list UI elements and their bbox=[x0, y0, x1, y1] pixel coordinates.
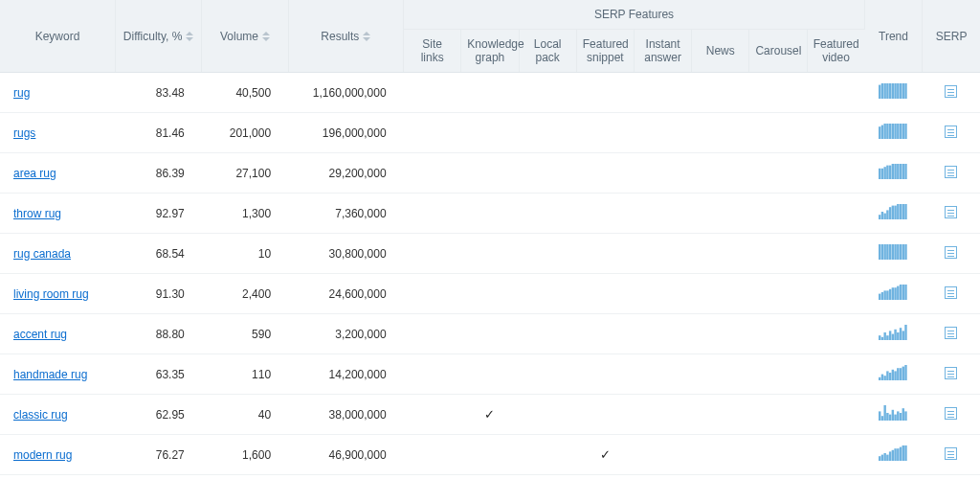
carousel-cell bbox=[749, 314, 807, 354]
svg-rect-20 bbox=[902, 124, 904, 139]
carousel-cell bbox=[749, 354, 807, 395]
volume-cell: 590 bbox=[202, 314, 288, 354]
svg-rect-85 bbox=[900, 368, 902, 380]
trend-cell bbox=[864, 113, 922, 153]
svg-rect-29 bbox=[898, 164, 900, 179]
featured-snippet-cell: ✓ bbox=[576, 435, 634, 475]
keyword-link[interactable]: rugs bbox=[13, 126, 35, 140]
serp-icon[interactable] bbox=[945, 286, 957, 299]
col-carousel[interactable]: Carousel bbox=[749, 30, 807, 73]
featured-video-cell bbox=[807, 194, 864, 234]
serp-icon[interactable] bbox=[945, 125, 957, 138]
difficulty-cell: 76.27 bbox=[115, 435, 201, 475]
svg-rect-80 bbox=[887, 371, 889, 380]
svg-rect-65 bbox=[905, 285, 907, 300]
results-cell: 24,600,000 bbox=[288, 274, 403, 314]
svg-rect-104 bbox=[892, 450, 894, 461]
featured-video-cell bbox=[807, 113, 864, 153]
svg-rect-82 bbox=[892, 370, 894, 380]
trend-sparkline bbox=[879, 83, 907, 99]
col-news[interactable]: News bbox=[692, 30, 749, 73]
col-serp[interactable]: SERP bbox=[923, 0, 980, 73]
keyword-link[interactable]: classic rug bbox=[13, 408, 68, 422]
trend-sparkline bbox=[879, 124, 907, 139]
keyword-link[interactable]: living room rug bbox=[13, 287, 89, 301]
volume-cell: 27,100 bbox=[202, 153, 288, 194]
featured-video-cell bbox=[807, 395, 864, 435]
table-row: throw rug92.971,3007,360,000 bbox=[0, 194, 980, 234]
col-site-links[interactable]: Site links bbox=[404, 30, 461, 73]
keyword-link[interactable]: rug bbox=[13, 86, 30, 100]
svg-rect-90 bbox=[884, 405, 886, 421]
svg-rect-61 bbox=[895, 287, 897, 300]
serp-icon[interactable] bbox=[945, 367, 957, 379]
serp-icon[interactable] bbox=[945, 206, 957, 218]
col-keyword[interactable]: Keyword bbox=[0, 0, 115, 73]
col-results[interactable]: Results bbox=[288, 0, 403, 73]
serp-icon[interactable] bbox=[945, 407, 957, 420]
col-knowledge-graph[interactable]: Knowledge graph bbox=[461, 30, 519, 73]
col-instant-answer[interactable]: Instant answer bbox=[634, 30, 691, 73]
keyword-link[interactable]: accent rug bbox=[13, 328, 67, 341]
col-featured-video[interactable]: Featured video bbox=[807, 30, 864, 73]
svg-rect-3 bbox=[887, 83, 889, 99]
svg-rect-36 bbox=[887, 210, 889, 219]
keyword-link[interactable]: handmade rug bbox=[13, 368, 87, 381]
svg-rect-52 bbox=[900, 244, 902, 260]
svg-rect-48 bbox=[889, 244, 891, 260]
col-volume[interactable]: Volume bbox=[202, 0, 288, 73]
table-row: accent rug88.805903,200,000 bbox=[0, 314, 980, 354]
keyword-link[interactable]: area rug bbox=[13, 167, 56, 180]
volume-cell: 40,500 bbox=[202, 73, 288, 113]
instant-answer-cell bbox=[634, 73, 691, 113]
serp-icon[interactable] bbox=[945, 85, 957, 98]
svg-rect-19 bbox=[900, 124, 902, 139]
news-cell bbox=[692, 314, 749, 354]
trend-sparkline bbox=[879, 365, 907, 380]
news-cell bbox=[692, 274, 749, 314]
serp-icon[interactable] bbox=[945, 327, 957, 339]
svg-rect-41 bbox=[900, 204, 902, 219]
volume-cell: 2,400 bbox=[202, 274, 288, 314]
results-cell: 7,360,000 bbox=[288, 194, 403, 234]
svg-rect-49 bbox=[892, 244, 894, 260]
svg-rect-60 bbox=[892, 287, 894, 300]
serp-icon[interactable] bbox=[945, 447, 957, 460]
keyword-link[interactable]: modern rug bbox=[13, 448, 72, 462]
svg-rect-109 bbox=[905, 445, 907, 461]
svg-rect-98 bbox=[905, 411, 907, 421]
table-row: modern rug76.271,60046,900,000✓ bbox=[0, 435, 980, 475]
trend-cell bbox=[864, 234, 922, 274]
keyword-table: Keyword Difficulty, % Volume Results SER… bbox=[0, 0, 980, 475]
svg-rect-63 bbox=[900, 285, 902, 300]
svg-rect-92 bbox=[889, 415, 891, 421]
col-featured-snippet[interactable]: Featured snippet bbox=[576, 30, 634, 73]
svg-rect-89 bbox=[881, 416, 883, 421]
svg-rect-102 bbox=[887, 455, 889, 461]
svg-rect-68 bbox=[884, 332, 886, 340]
svg-rect-28 bbox=[895, 164, 897, 179]
svg-rect-27 bbox=[892, 164, 894, 179]
col-trend[interactable]: Trend bbox=[864, 0, 922, 73]
serp-icon[interactable] bbox=[945, 246, 957, 259]
col-local-pack[interactable]: Local pack bbox=[519, 30, 576, 73]
col-difficulty[interactable]: Difficulty, % bbox=[115, 0, 201, 73]
local-pack-cell bbox=[519, 234, 576, 274]
instant-answer-cell bbox=[634, 153, 691, 194]
local-pack-cell bbox=[519, 73, 576, 113]
site-links-cell bbox=[404, 314, 461, 354]
keyword-link[interactable]: throw rug bbox=[13, 207, 61, 220]
svg-rect-10 bbox=[905, 83, 907, 99]
svg-rect-55 bbox=[879, 294, 880, 300]
results-cell: 30,800,000 bbox=[288, 234, 403, 274]
site-links-cell bbox=[404, 234, 461, 274]
serp-icon[interactable] bbox=[945, 166, 957, 178]
svg-rect-103 bbox=[889, 451, 891, 461]
instant-answer-cell bbox=[634, 395, 691, 435]
svg-rect-15 bbox=[889, 124, 891, 139]
svg-rect-93 bbox=[892, 410, 894, 421]
featured-snippet-cell bbox=[576, 194, 634, 234]
trend-cell bbox=[864, 153, 922, 194]
svg-rect-22 bbox=[879, 169, 880, 179]
keyword-link[interactable]: rug canada bbox=[13, 247, 71, 261]
